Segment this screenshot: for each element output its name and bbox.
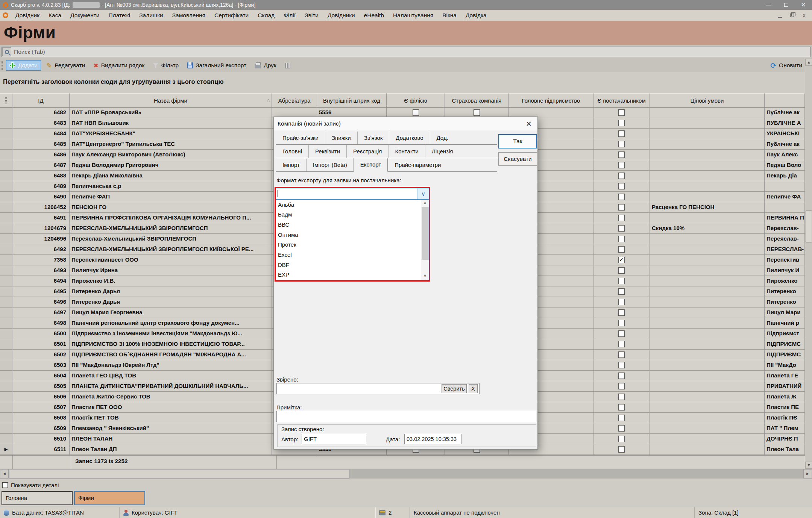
supplier-checkbox[interactable] [618,225,625,232]
supplier-checkbox[interactable] [618,151,625,158]
format-option[interactable]: Оптима [276,230,421,240]
scroll-down-button[interactable]: ▼ [805,462,812,469]
scroll-left-button[interactable]: ◀ [0,469,9,479]
menu-item[interactable]: Вікна [438,11,461,20]
verify-button[interactable]: Сверить [442,384,467,393]
supplier-checkbox[interactable] [618,309,625,316]
search-input[interactable]: Поиск (Tab) [2,47,810,57]
add-button[interactable]: Додати [6,60,41,71]
search-button[interactable] [2,47,11,56]
dialog-close-button[interactable]: ✕ [520,117,537,130]
bottom-tab[interactable]: Фірми [74,491,145,505]
supplier-checkbox[interactable] [618,215,625,221]
column-header[interactable]: Абревіатура [272,93,317,108]
cancel-button[interactable]: Скасувати [498,152,537,166]
date-value[interactable]: 03.02.2025 10:35:33 [404,434,461,444]
format-option[interactable]: Протек [276,240,421,250]
supplier-checkbox[interactable] [618,373,625,379]
horizontal-scroll-thumb[interactable] [9,469,349,479]
column-header[interactable]: Є постачальником [593,93,650,108]
format-combo-input[interactable] [276,188,417,199]
mdi-close-button[interactable]: x [799,12,809,19]
format-option[interactable]: DBF [276,260,421,270]
menu-item[interactable]: Довідка [461,11,491,20]
edit-button[interactable]: ✎ Редагувати [43,60,88,71]
refresh-button[interactable]: ⟳ Оновити ▾ [770,61,807,70]
supplier-checkbox[interactable] [618,183,625,189]
delete-row-button[interactable]: ✖ Видалити рядок [90,61,147,71]
column-header[interactable]: Внутрішній штрих-код [317,93,387,108]
supplier-checkbox[interactable] [618,330,625,337]
menu-item[interactable]: Каса [44,11,66,20]
supplier-checkbox[interactable] [618,141,625,147]
dialog-tab[interactable]: Знижки [325,132,357,144]
supplier-checkbox[interactable] [618,446,625,453]
scroll-down-button[interactable]: ∨ [421,273,429,280]
format-option[interactable]: ВВС [276,220,421,230]
column-header[interactable]: Є філією [387,93,445,108]
author-value[interactable]: GIFT [302,434,366,444]
supplier-checkbox[interactable] [618,204,625,211]
scroll-right-button[interactable]: ▶ [803,469,812,479]
format-option[interactable]: EXP [276,270,421,280]
vertical-scroll-thumb[interactable] [806,211,812,242]
menu-item[interactable]: Склад [253,11,279,20]
supplier-checkbox[interactable] [618,299,625,305]
dialog-tab[interactable]: Реквізити [308,145,346,158]
dialog-tab[interactable]: Ліцензія [425,145,460,158]
details-checkbox[interactable] [2,482,8,488]
supplier-checkbox[interactable] [618,267,625,274]
supplier-checkbox[interactable] [618,109,625,116]
supplier-checkbox[interactable] [618,351,625,358]
supplier-checkbox[interactable] [618,236,625,242]
horizontal-scrollbar[interactable]: ◀ ▶ [0,469,812,479]
supplier-checkbox[interactable] [618,415,625,421]
dialog-tab[interactable]: Контакти [389,145,425,158]
dialog-tab[interactable]: Імпорт [276,159,306,171]
dialog-tab[interactable]: Прайс-параметри [388,159,447,171]
filter-button[interactable]: Фільтр [150,61,182,70]
supplier-checkbox[interactable] [618,246,625,253]
show-details-toggle[interactable]: Показувати деталі [2,482,59,488]
supplier-checkbox[interactable] [618,320,625,326]
supplier-checkbox[interactable] [618,194,625,200]
supplier-checkbox[interactable] [618,120,625,126]
menu-item[interactable]: Налаштування [389,11,438,20]
dialog-tab[interactable]: Дод. [430,132,455,144]
dialog-tab[interactable]: Прайс-зв'язки [276,132,325,144]
dialog-tab[interactable]: Реєстрація [346,145,388,158]
dialog-tab[interactable]: Головні [276,145,308,158]
column-header[interactable]: Страхова компанія [445,93,509,108]
supplier-checkbox[interactable] [618,404,625,410]
supplier-checkbox[interactable] [618,436,625,442]
supplier-checkbox[interactable] [618,257,625,263]
format-option[interactable]: Бадм [276,210,421,220]
ok-button[interactable]: Так [498,134,537,148]
groupby-zone[interactable]: Перетягніть заголовок колонки сюди для у… [0,72,812,93]
supplier-checkbox[interactable] [618,278,625,284]
column-header[interactable]: Головне підприємство [509,93,593,108]
menu-item[interactable]: Довідник [11,11,44,20]
column-header[interactable] [765,93,805,108]
supplier-checkbox[interactable] [618,383,625,389]
vertical-scrollbar[interactable]: ▲ ▼ [805,59,812,469]
dialog-tab[interactable]: Додатково [389,132,430,144]
note-input[interactable] [276,411,536,422]
format-combo-field[interactable]: ∨ [276,188,429,200]
dialog-tab[interactable]: Експорт [354,158,388,172]
mdi-restore-button[interactable] [787,12,797,19]
dropdown-scroll-thumb[interactable] [422,207,429,260]
column-header[interactable]: Назва фірми△ [70,93,272,108]
column-header[interactable]: Цінові умови [650,93,765,108]
supplier-checkbox[interactable] [618,394,625,400]
mdi-minimize-button[interactable] [775,12,785,19]
supplier-checkbox[interactable] [618,362,625,368]
column-header[interactable]: ІД [12,93,70,108]
menu-item[interactable]: Звіти [300,11,323,20]
window-restore-button[interactable] [777,0,795,10]
dialog-tab[interactable]: Імпорт (Beta) [306,159,354,171]
menu-item[interactable]: Довідники [323,11,360,20]
verified-input[interactable]: Сверить X [276,383,480,394]
branch-checkbox[interactable] [413,109,419,116]
menu-item[interactable]: Платежі [104,11,135,20]
